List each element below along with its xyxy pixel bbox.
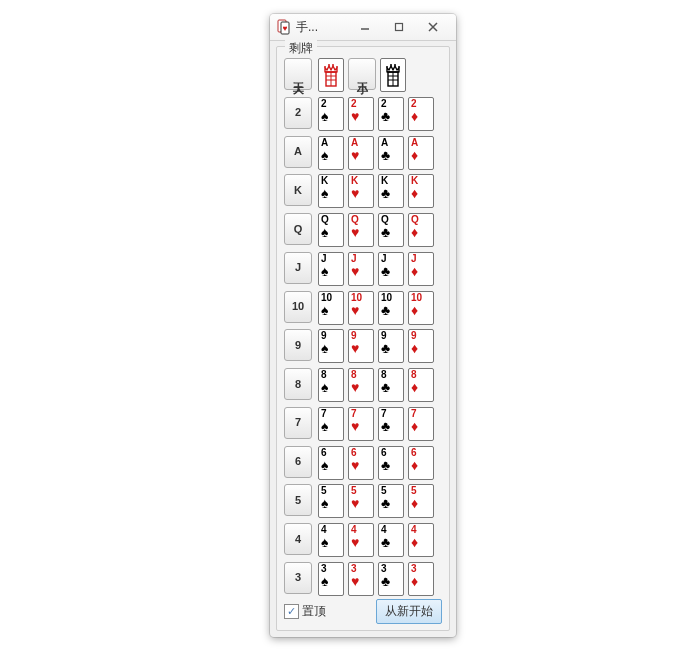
remaining-cards-panel: 剩牌 大王 小王 22♠2♥2♣2♦AA♠A♥A♣A♦KK♠K♥K♣K♦QQ♠Q… xyxy=(276,46,450,631)
card-A-diamond[interactable]: A♦ xyxy=(408,136,434,170)
rank-button-K[interactable]: K xyxy=(284,174,312,206)
card-3-heart[interactable]: 3♥ xyxy=(348,562,374,596)
card-2-club[interactable]: 2♣ xyxy=(378,97,404,131)
maximize-button[interactable] xyxy=(386,20,412,34)
card-2-diamond[interactable]: 2♦ xyxy=(408,97,434,131)
card-10-spade[interactable]: 10♠ xyxy=(318,291,344,325)
card-A-spade[interactable]: A♠ xyxy=(318,136,344,170)
svg-text:♥: ♥ xyxy=(283,24,288,33)
card-9-heart[interactable]: 9♥ xyxy=(348,329,374,363)
card-J-diamond[interactable]: J♦ xyxy=(408,252,434,286)
card-7-diamond[interactable]: 7♦ xyxy=(408,407,434,441)
heart-icon: ♥ xyxy=(351,535,359,549)
club-icon: ♣ xyxy=(381,109,390,123)
restart-button[interactable]: 从新开始 xyxy=(376,599,442,624)
card-5-diamond[interactable]: 5♦ xyxy=(408,484,434,518)
card-8-heart[interactable]: 8♥ xyxy=(348,368,374,402)
card-K-club[interactable]: K♣ xyxy=(378,174,404,208)
card-3-spade[interactable]: 3♠ xyxy=(318,562,344,596)
club-icon: ♣ xyxy=(381,303,390,317)
diamond-icon: ♦ xyxy=(411,303,418,317)
heart-icon: ♥ xyxy=(351,225,359,239)
card-big-joker[interactable] xyxy=(318,58,344,92)
card-5-spade[interactable]: 5♠ xyxy=(318,484,344,518)
diamond-icon: ♦ xyxy=(411,264,418,278)
diamond-icon: ♦ xyxy=(411,458,418,472)
rank-button-6[interactable]: 6 xyxy=(284,446,312,478)
rank-button-5[interactable]: 5 xyxy=(284,484,312,516)
club-icon: ♣ xyxy=(381,380,390,394)
heart-icon: ♥ xyxy=(351,380,359,394)
card-5-heart[interactable]: 5♥ xyxy=(348,484,374,518)
diamond-icon: ♦ xyxy=(411,109,418,123)
card-9-club[interactable]: 9♣ xyxy=(378,329,404,363)
rank-button-Q[interactable]: Q xyxy=(284,213,312,245)
card-3-club[interactable]: 3♣ xyxy=(378,562,404,596)
card-6-spade[interactable]: 6♠ xyxy=(318,446,344,480)
club-icon: ♣ xyxy=(381,419,390,433)
svg-point-13 xyxy=(386,66,388,68)
card-2-heart[interactable]: 2♥ xyxy=(348,97,374,131)
rank-button-9[interactable]: 9 xyxy=(284,329,312,361)
diamond-icon: ♦ xyxy=(411,225,418,239)
card-7-heart[interactable]: 7♥ xyxy=(348,407,374,441)
card-8-club[interactable]: 8♣ xyxy=(378,368,404,402)
card-K-heart[interactable]: K♥ xyxy=(348,174,374,208)
spade-icon: ♠ xyxy=(321,264,328,278)
card-J-heart[interactable]: J♥ xyxy=(348,252,374,286)
card-5-club[interactable]: 5♣ xyxy=(378,484,404,518)
card-A-heart[interactable]: A♥ xyxy=(348,136,374,170)
card-7-spade[interactable]: 7♠ xyxy=(318,407,344,441)
card-J-spade[interactable]: J♠ xyxy=(318,252,344,286)
card-10-heart[interactable]: 10♥ xyxy=(348,291,374,325)
card-J-club[interactable]: J♣ xyxy=(378,252,404,286)
rank-button-4[interactable]: 4 xyxy=(284,523,312,555)
rank-button-A[interactable]: A xyxy=(284,136,312,168)
close-button[interactable] xyxy=(420,20,446,34)
heart-icon: ♥ xyxy=(351,264,359,278)
card-Q-heart[interactable]: Q♥ xyxy=(348,213,374,247)
card-8-spade[interactable]: 8♠ xyxy=(318,368,344,402)
club-icon: ♣ xyxy=(381,535,390,549)
card-2-spade[interactable]: 2♠ xyxy=(318,97,344,131)
card-K-diamond[interactable]: K♦ xyxy=(408,174,434,208)
rank-button-2[interactable]: 2 xyxy=(284,97,312,129)
minimize-button[interactable] xyxy=(352,20,378,34)
titlebar[interactable]: ♥ 手... xyxy=(270,14,456,41)
card-Q-club[interactable]: Q♣ xyxy=(378,213,404,247)
spade-icon: ♠ xyxy=(321,109,328,123)
always-on-top-checkbox[interactable]: 置顶 xyxy=(284,603,326,620)
card-4-heart[interactable]: 4♥ xyxy=(348,523,374,557)
card-3-diamond[interactable]: 3♦ xyxy=(408,562,434,596)
rank-button-8[interactable]: 8 xyxy=(284,368,312,400)
card-7-club[interactable]: 7♣ xyxy=(378,407,404,441)
panel-title: 剩牌 xyxy=(285,40,317,57)
rank-button-小王[interactable]: 小王 xyxy=(348,58,376,90)
card-8-diamond[interactable]: 8♦ xyxy=(408,368,434,402)
rank-button-3[interactable]: 3 xyxy=(284,562,312,594)
rank-button-J[interactable]: J xyxy=(284,252,312,284)
spade-icon: ♠ xyxy=(321,535,328,549)
card-4-diamond[interactable]: 4♦ xyxy=(408,523,434,557)
spade-icon: ♠ xyxy=(321,496,328,510)
card-Q-spade[interactable]: Q♠ xyxy=(318,213,344,247)
rank-button-10[interactable]: 10 xyxy=(284,291,312,323)
card-small-joker[interactable] xyxy=(380,58,406,92)
rank-button-7[interactable]: 7 xyxy=(284,407,312,439)
rank-button-大王[interactable]: 大王 xyxy=(284,58,312,90)
svg-point-16 xyxy=(398,66,400,68)
card-A-club[interactable]: A♣ xyxy=(378,136,404,170)
checkbox-icon xyxy=(284,604,299,619)
card-10-diamond[interactable]: 10♦ xyxy=(408,291,434,325)
card-Q-diamond[interactable]: Q♦ xyxy=(408,213,434,247)
club-icon: ♣ xyxy=(381,225,390,239)
card-4-club[interactable]: 4♣ xyxy=(378,523,404,557)
card-K-spade[interactable]: K♠ xyxy=(318,174,344,208)
card-6-heart[interactable]: 6♥ xyxy=(348,446,374,480)
card-9-diamond[interactable]: 9♦ xyxy=(408,329,434,363)
card-10-club[interactable]: 10♣ xyxy=(378,291,404,325)
card-9-spade[interactable]: 9♠ xyxy=(318,329,344,363)
card-6-club[interactable]: 6♣ xyxy=(378,446,404,480)
card-6-diamond[interactable]: 6♦ xyxy=(408,446,434,480)
card-4-spade[interactable]: 4♠ xyxy=(318,523,344,557)
